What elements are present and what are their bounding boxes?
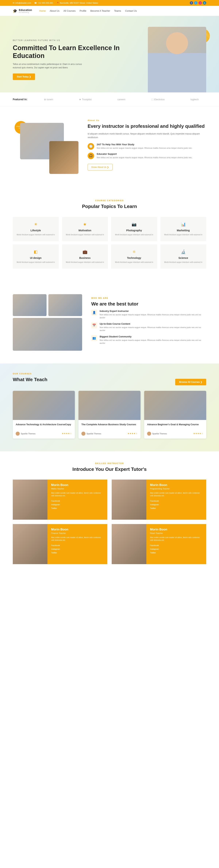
- hero-desc: Tellus at urna condimentum mattis pellen…: [13, 63, 89, 69]
- instructor-social-link[interactable]: Instagram: [150, 503, 202, 506]
- instructor-bio: Atoc entim comite cum master sit attice,…: [150, 536, 202, 541]
- instructor-social-link[interactable]: Instagram: [51, 547, 104, 551]
- start-today-button[interactable]: Start Today ❯: [13, 73, 35, 80]
- course-rating: ★★★★☆: [193, 432, 203, 435]
- categories-title: Popular Topics To Learn: [13, 204, 206, 210]
- course-card-1[interactable]: The Complete Advance Business Study Cour…: [79, 391, 140, 439]
- nav-teacher[interactable]: Become A Teacher: [90, 9, 110, 12]
- topbar-email[interactable]: ✉ info@deader.com: [13, 2, 31, 4]
- hero-image: [148, 27, 206, 92]
- partner-logitech: logitech: [191, 98, 199, 101]
- instructor-social-link[interactable]: Twitter: [150, 506, 202, 510]
- topbar-phone[interactable]: ☎ +12 345-555-681: [34, 2, 53, 4]
- category-card-0[interactable]: ☀LifestyleMorbi tincidunt augue interdum…: [13, 217, 59, 241]
- instructor-social-link[interactable]: Facebook: [150, 544, 202, 547]
- twitter-icon[interactable]: t: [194, 1, 197, 5]
- category-card-7[interactable]: 🔬ScienceMorbi tincidunt augue interdum v…: [160, 244, 207, 269]
- instructor-bio: Atoc entim comite cum master sit attice,…: [51, 536, 104, 541]
- partner-electrolux: ⬚ Electrolux: [151, 98, 165, 101]
- nav-about[interactable]: About Us: [50, 9, 59, 12]
- about-feature-0: 🕐24/7 To Help You With Your StudyNon tel…: [88, 143, 206, 150]
- category-card-2[interactable]: 📷PhotographyMorbi tincidunt augue interd…: [111, 217, 157, 241]
- category-title: Lifestyle: [17, 229, 55, 232]
- instructor-card-2: Morin BoonFinance TeacherAtoc entim comi…: [13, 524, 107, 564]
- topbar-address: 📍 Burnsville, MN 55337 Streat, United St…: [57, 2, 98, 4]
- nav-home[interactable]: Home: [39, 9, 46, 12]
- instructor-name: Morin Boon: [150, 528, 202, 531]
- category-desc: Morbi tincidunt augue interdum velit eui…: [115, 233, 154, 236]
- hero-title: Committed To Learn Excellence In Educati…: [13, 44, 140, 60]
- instagram-icon[interactable]: i: [198, 1, 202, 5]
- instructor-social-link[interactable]: Twitter: [51, 506, 104, 510]
- course-card-2[interactable]: Advance Beginner's Goal & Managing Cours…: [144, 391, 206, 439]
- who-item-desc: Non tellus orci ac auctor augue mauris a…: [100, 313, 206, 319]
- courses-section: OUR COURSES What We Teach Browse All Cou…: [0, 364, 219, 451]
- instructor-social-link[interactable]: Twitter: [150, 551, 202, 555]
- category-card-1[interactable]: ★MotivationMorbi tincidunt augue interdu…: [62, 217, 108, 241]
- instructor-links: FacebookInstagramTwitter: [51, 499, 104, 510]
- nav-profile[interactable]: Profile: [80, 9, 86, 12]
- category-desc: Morbi tincidunt augue interdum velit eui…: [164, 261, 203, 264]
- who-icon: 👥: [91, 335, 97, 341]
- category-title: UI design: [17, 256, 55, 259]
- instructor-social-link[interactable]: Facebook: [51, 544, 104, 547]
- logo[interactable]: 🎓 EducationAcademy: [13, 8, 32, 13]
- category-icon: 🔬: [164, 250, 203, 254]
- courses-tag: OUR COURSES: [13, 373, 48, 375]
- feature-desc: Non tellus orci ac auctor augue mauris a…: [97, 156, 192, 159]
- nav-teams[interactable]: Teams: [114, 9, 121, 12]
- who-item-desc: Non tellus orci ac auctor augue mauris a…: [100, 326, 206, 332]
- about-desc: Id aliquam vestibulum morbi blandit curs…: [88, 132, 206, 140]
- instructor-links: FacebookInstagramTwitter: [150, 544, 202, 555]
- instructor-image: [13, 524, 48, 564]
- who-icon: 👤: [91, 310, 97, 315]
- instructor-card-1: Morin BoonProgramming TeacherAtoc entim …: [112, 479, 206, 520]
- browse-courses-button[interactable]: Browse All Courses ❯: [175, 379, 206, 385]
- facebook-icon[interactable]: f: [190, 1, 193, 5]
- instructor-role: React Teacher: [150, 532, 202, 534]
- instructor-social-link[interactable]: Instagram: [150, 547, 202, 551]
- instructor-bio: Atoc entim comite cum master sit attice,…: [150, 492, 202, 497]
- course-title: The Complete Advance Business Study Cour…: [81, 423, 138, 429]
- category-icon: 📷: [115, 222, 154, 227]
- instructor-name: Morin Boon: [51, 528, 104, 531]
- instructor-social-link[interactable]: Facebook: [150, 499, 202, 503]
- category-card-3[interactable]: 📊MarkettingMorbi tincidunt augue interdu…: [160, 217, 207, 241]
- category-card-5[interactable]: 💼BusinessMorbi tincidunt augue interdum …: [62, 244, 108, 269]
- who-item-1: 📅Up-to-Date Course ContentNon tellus orc…: [91, 322, 206, 332]
- instructors-tag: SKILLED INSTRUCTOR: [13, 462, 206, 464]
- category-desc: Morbi tincidunt augue interdum velit eui…: [66, 261, 104, 264]
- course-rating: ★★★★☆: [62, 432, 72, 435]
- category-card-6[interactable]: ⚛TechnologyMorbi tincidunt augue interdu…: [111, 244, 157, 269]
- category-desc: Morbi tincidunt augue interdum velit eui…: [17, 261, 55, 264]
- category-icon: ★: [66, 222, 104, 227]
- nav-courses[interactable]: All Courses: [63, 9, 76, 12]
- course-card-0[interactable]: Advance Technology & Architecture Course…: [13, 391, 75, 439]
- nav-contact[interactable]: Contact Us: [125, 9, 137, 12]
- course-rating: ★★★★☆: [128, 432, 138, 435]
- linkedin-icon[interactable]: in: [203, 1, 206, 5]
- category-desc: Morbi tincidunt augue interdum velit eui…: [115, 261, 154, 264]
- category-icon: ◧: [17, 250, 55, 254]
- feature-title: Educator Support: [97, 153, 192, 155]
- category-card-4[interactable]: ◧UI designMorbi tincidunt augue interdum…: [13, 244, 59, 269]
- who-item-title: Biggest Student Community: [100, 335, 206, 338]
- categories-section: COURSE CATEGORIES Popular Topics To Lear…: [0, 187, 219, 281]
- instructor-image: [112, 524, 146, 564]
- partner-careem: careem: [117, 98, 126, 101]
- courses-title: What We Teach: [13, 377, 48, 383]
- about-tag: About Us: [88, 119, 206, 121]
- course-author[interactable]: Sparkle Themes: [16, 432, 35, 436]
- course-author[interactable]: Sparkle Themes: [81, 432, 101, 436]
- feature-desc: Non tellus orci ac auctor augue mauris a…: [97, 147, 192, 150]
- instructor-social-link[interactable]: Instagram: [51, 503, 104, 506]
- feature-icon: 🕐: [88, 143, 94, 150]
- course-author[interactable]: Sparkle Themes: [147, 432, 167, 436]
- instructor-social-link[interactable]: Facebook: [51, 499, 104, 503]
- about-images: LEARN FROM TODAY: [13, 119, 79, 174]
- categories-tag: COURSE CATEGORIES: [13, 199, 206, 202]
- instructor-social-link[interactable]: Twitter: [51, 551, 104, 555]
- course-title: Advance Technology & Architecture Course…: [16, 423, 72, 429]
- course-image: [13, 391, 75, 420]
- know-about-button[interactable]: Know About Us ❯: [88, 164, 113, 170]
